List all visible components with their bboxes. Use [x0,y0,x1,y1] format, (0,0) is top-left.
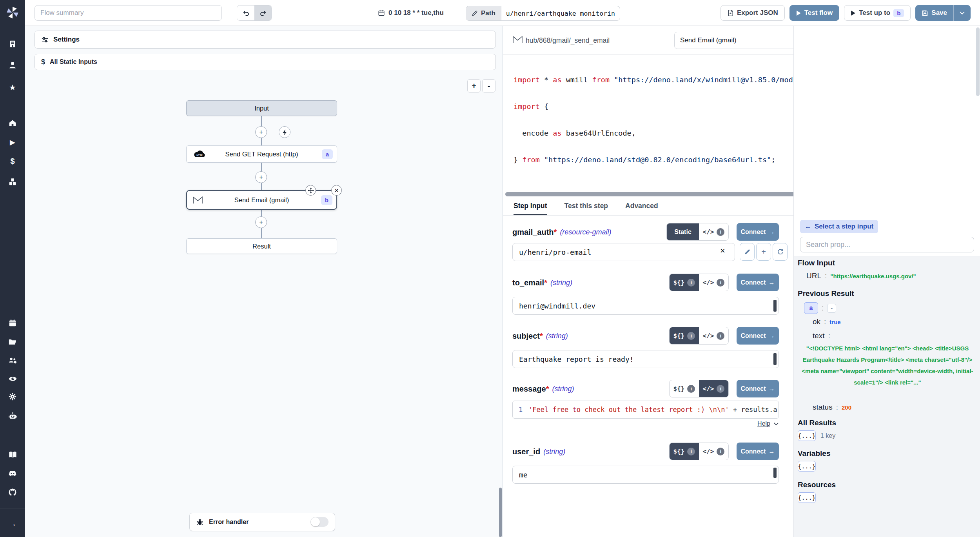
settings-button[interactable]: Settings [34,31,496,49]
tab-step-input[interactable]: Step Input [514,198,547,215]
path-chip[interactable]: Path [466,6,501,20]
textarea-grip[interactable] [773,300,777,312]
folder-icon[interactable] [0,335,25,349]
user-id-input[interactable] [512,466,779,484]
flow-summary-input[interactable] [34,5,222,21]
flow-node-input[interactable]: Input [186,100,337,116]
refresh-resource-button[interactable] [773,243,788,261]
robot-icon[interactable] [0,409,25,423]
message-code-editor[interactable]: 1 'Feel free to check out the latest rep… [512,401,779,419]
undo-button[interactable] [237,5,254,20]
zoom-in-button[interactable]: + [467,79,481,93]
text-value[interactable]: "<!DOCTYPE html> <html lang="en"> <head>… [801,343,974,388]
info-icon[interactable]: i [687,279,695,287]
mode-javascript[interactable]: </>i [699,223,728,240]
export-json-button[interactable]: Export JSON [720,5,785,21]
gmail-auth-resource-input[interactable] [512,243,735,261]
mode-expression[interactable]: ${}i [670,443,699,460]
gear-icon[interactable] [0,390,25,404]
window-scrollbar[interactable] [976,27,980,96]
star-icon[interactable]: ★ [0,80,25,94]
github-icon[interactable] [0,485,25,499]
subject-input[interactable] [512,350,779,368]
save-button[interactable]: Save [915,5,953,21]
variables-expand-chip[interactable]: {...} [798,461,816,472]
info-icon[interactable]: i [717,385,724,393]
textarea-grip[interactable] [773,353,777,365]
collapse-button[interactable]: - [827,304,836,313]
windmill-logo-icon[interactable] [0,3,25,22]
path-group[interactable]: Path u/henri/earthquake_monitorin [466,6,620,21]
info-icon[interactable]: i [717,332,724,340]
textarea-grip[interactable] [773,468,777,478]
info-icon[interactable]: i [687,332,695,340]
book-icon[interactable] [0,448,25,462]
redo-button[interactable] [254,5,272,20]
move-step-button[interactable] [305,185,316,196]
eye-icon[interactable] [0,372,25,386]
help-link[interactable]: Help [757,420,779,427]
mode-javascript[interactable]: </>i [699,380,728,397]
mode-javascript[interactable]: </>i [699,274,728,291]
info-icon[interactable]: i [717,448,724,455]
test-up-to-button[interactable]: Test up to b [844,5,911,21]
connect-button[interactable]: Connect→ [737,327,779,345]
info-icon[interactable]: i [687,448,695,455]
add-step-button[interactable]: + [255,126,267,138]
chevron-down-icon [773,422,779,426]
search-prop-input[interactable] [800,237,974,252]
tab-test-this-step[interactable]: Test this step [564,198,608,215]
step-a-key-chip[interactable]: a [804,302,818,314]
zoom-out-button[interactable]: - [482,79,495,93]
discord-icon[interactable] [0,466,25,481]
required-asterisk: * [540,332,543,341]
mode-javascript[interactable]: </>i [699,443,728,460]
trigger-bolt-button[interactable] [279,126,290,138]
flow-input-url-row[interactable]: URL : "https://earthquake.usgs.gov/" [806,272,916,280]
text-row[interactable]: text : [813,332,830,340]
add-resource-button[interactable]: + [756,243,771,261]
to-email-input[interactable] [512,297,779,315]
connect-button[interactable]: Connect→ [737,380,779,397]
clear-resource-button[interactable]: × [720,247,725,255]
flow-node-get-request[interactable]: HTTP Send GET Request (http) a [186,145,337,163]
info-icon[interactable]: i [717,279,724,287]
connect-button[interactable]: Connect→ [737,443,779,460]
add-step-button[interactable]: + [255,171,267,183]
mode-javascript[interactable]: </>i [699,327,728,344]
connect-button[interactable]: Connect→ [737,274,779,291]
flow-panel-scrollbar[interactable] [499,488,502,537]
home-icon[interactable] [0,116,25,130]
edit-resource-button[interactable] [740,243,755,261]
all-results-expand-chip[interactable]: {...} [798,430,816,441]
cubes-icon[interactable] [0,175,25,189]
mode-expression[interactable]: ${}i [670,327,699,344]
flow-node-result[interactable]: Result [186,238,337,254]
connect-button[interactable]: Connect→ [737,223,779,241]
ok-row[interactable]: ok : true [813,317,841,326]
user-icon[interactable] [0,58,25,72]
play-icon[interactable]: ▶ [0,135,25,149]
mode-expression[interactable]: ${}i [670,380,699,397]
all-static-inputs-button[interactable]: $ All Static Inputs [34,54,496,70]
save-dropdown-button[interactable] [953,5,971,21]
dollar-icon[interactable]: $ [0,154,25,168]
delete-step-button[interactable]: × [331,185,342,196]
building-icon[interactable] [0,37,25,51]
schedule-display[interactable]: 0 10 18 * * tue,thu [378,0,444,26]
select-step-input-button[interactable]: ← Select a step input [800,220,878,233]
test-flow-button[interactable]: Test flow [789,5,839,21]
error-handler-toggle[interactable] [310,517,328,527]
mode-static[interactable]: Static [667,223,699,240]
resources-expand-chip[interactable]: {...} [798,492,816,503]
tab-advanced[interactable]: Advanced [625,198,658,215]
info-icon[interactable]: i [687,385,695,393]
info-icon[interactable]: i [717,228,724,236]
mode-expression[interactable]: ${}i [670,274,699,291]
users-settings-icon[interactable] [0,354,25,368]
hub-script-path[interactable]: hub/868/gmail/_send_email [526,26,610,55]
collapse-arrow-icon[interactable]: → [0,517,25,531]
status-row[interactable]: status : 200 [813,403,851,412]
add-step-button[interactable]: + [255,216,267,228]
calendar-icon[interactable] [0,316,25,330]
